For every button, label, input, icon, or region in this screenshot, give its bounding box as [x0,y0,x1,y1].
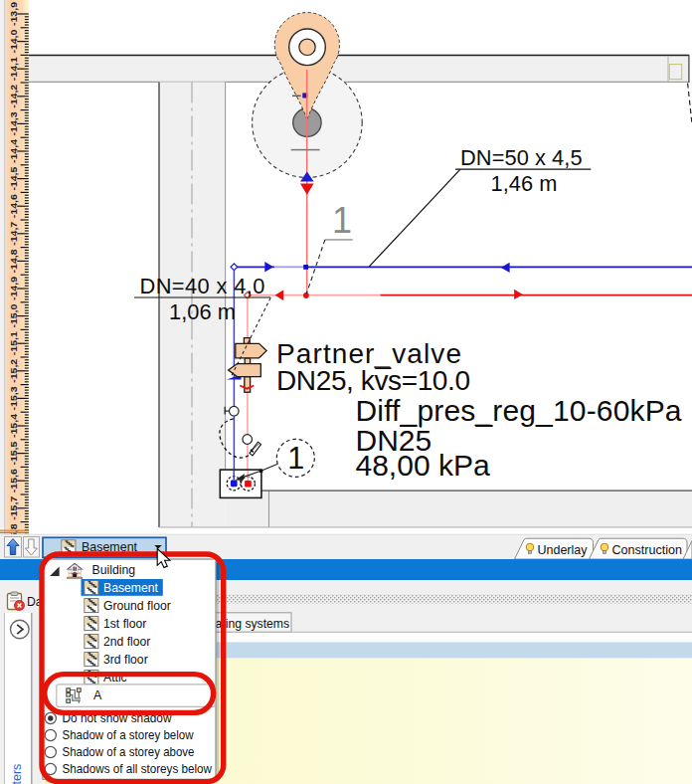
svg-text:-15,3: -15,3 [8,386,19,411]
svg-text:ters: ters [10,764,24,784]
svg-text:Partner_valve: Partner_valve [276,338,461,369]
svg-text:-14,1: -14,1 [8,57,19,82]
svg-text:A: A [93,688,102,702]
svg-text:Construction: Construction [612,543,683,557]
svg-text:-14,7: -14,7 [8,221,19,246]
svg-text:-15,2: -15,2 [8,358,19,383]
svg-text:2nd floor: 2nd floor [103,635,150,649]
svg-text:-14,5: -14,5 [8,166,19,191]
svg-text:1: 1 [332,200,352,241]
svg-text:-15,0: -15,0 [8,303,19,328]
svg-text:DN=40 x 4,0: DN=40 x 4,0 [140,274,265,298]
svg-text:1st floor: 1st floor [103,617,146,631]
svg-text:-14,8: -14,8 [8,249,19,274]
svg-text:-15,6: -15,6 [8,469,19,493]
svg-text:Ground floor: Ground floor [103,599,171,613]
svg-text:Basement: Basement [103,581,158,595]
svg-text:-14,9: -14,9 [8,276,19,300]
svg-text:Diff_pres_reg_10-60kPa: Diff_pres_reg_10-60kPa [356,394,682,427]
svg-text:-14,6: -14,6 [8,194,19,219]
svg-text:DN=50 x 4,5: DN=50 x 4,5 [460,145,583,170]
svg-text:-13,9: -13,9 [8,1,19,26]
svg-text:Shadows of all storeys below: Shadows of all storeys below [63,762,213,776]
svg-text:1,46 m: 1,46 m [491,171,558,196]
svg-text:1: 1 [287,441,304,475]
svg-text:-15,5: -15,5 [8,441,19,466]
svg-text:Shadow of a storey above: Shadow of a storey above [63,745,195,759]
svg-text:-15,7: -15,7 [8,495,19,520]
svg-text:-15,1: -15,1 [8,331,19,356]
svg-text:1,06 m: 1,06 m [169,299,236,324]
svg-text:DN25, kvs=10.0: DN25, kvs=10.0 [276,365,470,396]
svg-text:-15,4: -15,4 [8,413,19,438]
svg-text:Shadow of a storey below: Shadow of a storey below [63,728,194,742]
svg-text:-14,4: -14,4 [8,138,19,163]
svg-text:Building: Building [92,563,136,577]
svg-text:48,00 kPa: 48,00 kPa [356,449,490,482]
svg-text:-14,3: -14,3 [8,111,19,136]
svg-text:-14,0: -14,0 [8,29,19,54]
svg-text:Underlay: Underlay [538,543,589,557]
svg-text:3rd floor: 3rd floor [103,653,148,667]
svg-text:-14,2: -14,2 [8,84,19,108]
